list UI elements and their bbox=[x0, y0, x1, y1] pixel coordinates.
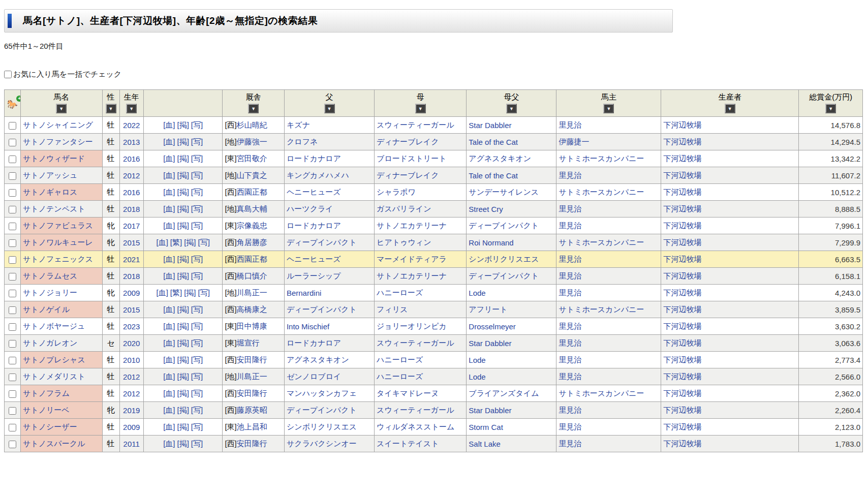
blood-link[interactable]: [血] bbox=[163, 120, 175, 129]
favorite-checkbox[interactable] bbox=[9, 441, 16, 448]
birth-year-link[interactable]: 2022 bbox=[123, 121, 140, 130]
birth-year-link[interactable]: 2012 bbox=[123, 389, 140, 398]
owner-link[interactable]: 里見治 bbox=[559, 120, 581, 129]
owner-link[interactable]: 里見治 bbox=[559, 355, 581, 364]
owner-link[interactable]: 里見治 bbox=[559, 322, 581, 330]
trainer-link[interactable]: 藤原英昭 bbox=[237, 406, 267, 414]
dam-link[interactable]: サトノエカテリーナ bbox=[377, 221, 447, 230]
trainer-link[interactable]: 西園正都 bbox=[237, 255, 267, 263]
photo-link[interactable]: [写] bbox=[191, 322, 203, 330]
broodmare-sire-link[interactable]: Star Dabbler bbox=[469, 406, 511, 415]
favorite-checkbox[interactable] bbox=[9, 374, 16, 381]
owner-link[interactable]: 伊藤捷一 bbox=[559, 137, 589, 146]
birth-year-link[interactable]: 2010 bbox=[123, 356, 140, 364]
sort-button-dam[interactable]: ▼ bbox=[415, 104, 426, 113]
sire-link[interactable]: キングカメハメハ bbox=[287, 171, 349, 179]
favorite-checkbox[interactable] bbox=[9, 206, 16, 213]
breeder-link[interactable]: 下河辺牧場 bbox=[663, 305, 701, 314]
birth-year-link[interactable]: 2015 bbox=[123, 305, 140, 314]
trainer-link[interactable]: 山下貴之 bbox=[237, 171, 267, 179]
sire-link[interactable]: マンハッタンカフェ bbox=[287, 389, 357, 397]
broodmare-sire-link[interactable]: アフリート bbox=[469, 305, 507, 314]
board-link[interactable]: [掲] bbox=[177, 137, 189, 146]
photo-link[interactable]: [写] bbox=[198, 238, 210, 246]
birth-year-link[interactable]: 2018 bbox=[123, 205, 140, 213]
horse-name-link[interactable]: サトノフラム bbox=[23, 389, 70, 397]
photo-link[interactable]: [写] bbox=[191, 389, 203, 397]
board-link[interactable]: [掲] bbox=[184, 288, 196, 297]
horse-name-link[interactable]: サトノガレオン bbox=[23, 338, 77, 347]
owner-link[interactable]: 里見治 bbox=[559, 204, 581, 213]
breeder-link[interactable]: 下河辺牧場 bbox=[663, 406, 701, 414]
broodmare-sire-link[interactable]: ブライアンズタイム bbox=[469, 389, 539, 397]
breeder-link[interactable]: 下河辺牧場 bbox=[663, 338, 701, 347]
board-link[interactable]: [掲] bbox=[177, 372, 189, 381]
sire-link[interactable]: シンボリクリスエス bbox=[287, 422, 357, 431]
board-link[interactable]: [掲] bbox=[177, 271, 189, 280]
photo-link[interactable]: [写] bbox=[191, 372, 203, 381]
horse-name-link[interactable]: サトノシーザー bbox=[23, 422, 77, 431]
owner-link[interactable]: サトミホースカンパニー bbox=[559, 238, 644, 246]
breeder-link[interactable]: 下河辺牧場 bbox=[663, 188, 701, 196]
birth-year-link[interactable]: 2016 bbox=[123, 154, 140, 163]
breeder-link[interactable]: 下河辺牧場 bbox=[663, 355, 701, 364]
board-link[interactable]: [掲] bbox=[177, 422, 189, 431]
breeder-link[interactable]: 下河辺牧場 bbox=[663, 171, 701, 179]
horse-name-link[interactable]: サトノアッシュ bbox=[23, 171, 77, 179]
birth-year-link[interactable]: 2023 bbox=[123, 322, 140, 331]
photo-link[interactable]: [写] bbox=[191, 188, 203, 196]
dam-link[interactable]: ハニーローズ bbox=[377, 355, 423, 364]
broodmare-sire-link[interactable]: Street Cry bbox=[469, 205, 503, 213]
broodmare-sire-link[interactable]: Star Dabbler bbox=[469, 339, 511, 348]
favorite-checkbox[interactable] bbox=[9, 239, 16, 247]
broodmare-sire-link[interactable]: Drosselmeyer bbox=[469, 322, 516, 331]
owner-link[interactable]: サトミホースカンパニー bbox=[559, 188, 644, 196]
owner-link[interactable]: サトミホースカンパニー bbox=[559, 154, 644, 163]
trainer-link[interactable]: 角居勝彦 bbox=[237, 238, 267, 246]
sort-button-breeder[interactable]: ▼ bbox=[725, 104, 735, 113]
birth-year-link[interactable]: 2012 bbox=[123, 372, 140, 381]
blood-link[interactable]: [血] bbox=[163, 439, 175, 448]
trainer-link[interactable]: 川島正一 bbox=[237, 288, 267, 297]
broodmare-sire-link[interactable]: Storm Cat bbox=[469, 423, 503, 431]
photo-link[interactable]: [写] bbox=[191, 355, 203, 364]
board-link[interactable]: [掲] bbox=[177, 221, 189, 230]
blood-link[interactable]: [血] bbox=[163, 171, 175, 179]
blood-link[interactable]: [血] bbox=[163, 422, 175, 431]
blood-link[interactable]: [血] bbox=[163, 255, 175, 263]
favorite-checkbox[interactable] bbox=[9, 172, 16, 180]
owner-link[interactable]: 里見治 bbox=[559, 406, 581, 414]
sire-link[interactable]: Into Mischief bbox=[287, 322, 329, 331]
broodmare-sire-link[interactable]: Salt Lake bbox=[469, 440, 501, 448]
dam-link[interactable]: ジョリーオリンピカ bbox=[377, 322, 447, 330]
breeder-link[interactable]: 下河辺牧場 bbox=[663, 204, 701, 213]
photo-link[interactable]: [写] bbox=[198, 288, 210, 297]
board-link[interactable]: [掲] bbox=[177, 322, 189, 330]
photo-link[interactable]: [写] bbox=[191, 120, 203, 129]
birth-year-link[interactable]: 2012 bbox=[123, 171, 140, 180]
sort-button-owner[interactable]: ▼ bbox=[603, 104, 614, 113]
photo-link[interactable]: [写] bbox=[191, 171, 203, 179]
owner-link[interactable]: サトミホースカンパニー bbox=[559, 305, 644, 314]
blood-link[interactable]: [血] bbox=[163, 221, 175, 230]
favorite-checkbox[interactable] bbox=[9, 290, 16, 297]
horse-name-link[interactable]: サトノギャロス bbox=[23, 188, 77, 196]
birth-year-link[interactable]: 2018 bbox=[123, 272, 140, 281]
horse-name-link[interactable]: サトノジョリー bbox=[23, 288, 77, 297]
favorite-checkbox[interactable] bbox=[9, 323, 16, 331]
breeder-link[interactable]: 下河辺牧場 bbox=[663, 271, 701, 280]
trainer-link[interactable]: 真島大輔 bbox=[237, 204, 267, 213]
photo-link[interactable]: [写] bbox=[191, 338, 203, 347]
sire-link[interactable]: ロードカナロア bbox=[287, 221, 341, 230]
board-link[interactable]: [掲] bbox=[177, 255, 189, 263]
sire-link[interactable]: ルーラーシップ bbox=[287, 271, 341, 280]
horse-name-link[interactable]: サトノリーベ bbox=[23, 406, 70, 414]
birth-year-link[interactable]: 2013 bbox=[123, 138, 140, 146]
dam-link[interactable]: ブロードストリート bbox=[377, 154, 446, 163]
birth-year-link[interactable]: 2016 bbox=[123, 188, 140, 197]
breeding-link[interactable]: [繁] bbox=[170, 238, 182, 246]
owner-link[interactable]: サトミホースカンパニー bbox=[559, 389, 644, 397]
trainer-link[interactable]: 高橋康之 bbox=[237, 305, 267, 314]
dam-link[interactable]: スイートテイスト bbox=[377, 439, 439, 448]
dam-link[interactable]: ディナーブレイク bbox=[377, 171, 439, 179]
